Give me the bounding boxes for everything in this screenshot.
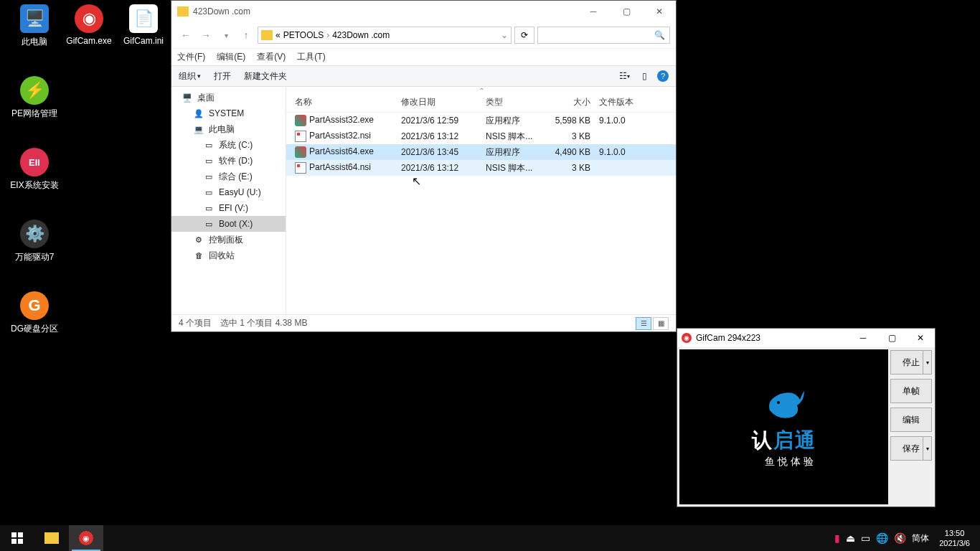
table-row[interactable]: PartAssist32.exe2021/3/6 12:59应用程序5,598 … xyxy=(286,113,676,128)
sidebar-item[interactable]: ▭EFI (V:) xyxy=(171,200,286,216)
column-name[interactable]: 名称 xyxy=(291,96,397,108)
desktop-icon-thispc[interactable]: 🖥️ 此电脑 xyxy=(7,4,62,48)
folder-icon xyxy=(44,532,59,544)
history-dropdown[interactable]: ▾ xyxy=(217,27,235,44)
selection-info: 选中 1 个项目 4.38 MB xyxy=(220,317,307,329)
chevron-down-icon[interactable]: ▾ xyxy=(923,351,931,374)
close-button[interactable]: ✕ xyxy=(643,1,676,22)
back-button[interactable]: ← xyxy=(177,27,194,44)
minimize-button[interactable]: ─ xyxy=(849,329,877,347)
sidebar-item[interactable]: ▭软件 (D:) xyxy=(171,153,286,169)
clock[interactable]: 13:50 2021/3/6 xyxy=(935,528,974,548)
gifcam-titlebar[interactable]: ◉ GifCam 294x223 ─ ▢ ✕ xyxy=(677,329,935,347)
desktop-icon-eix[interactable]: EII EIX系统安装 xyxy=(7,148,62,192)
file-icon xyxy=(295,115,306,126)
desktop-icon-penet[interactable]: ⚡ PE网络管理 xyxy=(7,76,62,120)
cp-icon: ⚙ xyxy=(193,235,204,245)
minimize-button[interactable]: ─ xyxy=(577,1,610,22)
network-icon: ⚡ xyxy=(20,76,49,105)
capture-area: 认启通 鱼悦体验 xyxy=(679,349,888,504)
column-date[interactable]: 修改日期 xyxy=(397,96,481,108)
drive-icon: ▭ xyxy=(203,219,215,229)
preview-pane-button[interactable]: ▯ xyxy=(637,70,651,82)
drive-icon: ▭ xyxy=(203,171,215,182)
statusbar: 4 个项目 选中 1 个项目 4.38 MB ☰ ▦ xyxy=(171,314,676,331)
chevron-up-icon[interactable]: ⌃ xyxy=(286,87,676,93)
sidebar-item[interactable]: 👤SYSTEM xyxy=(171,105,286,121)
desktop-icon-dg[interactable]: G DG硬盘分区 xyxy=(7,291,62,335)
table-row[interactable]: PartAssist32.nsi2021/3/6 13:12NSIS 脚本...… xyxy=(286,128,676,144)
open-button[interactable]: 打开 xyxy=(214,70,231,83)
drive-icon: ▭ xyxy=(203,140,215,150)
new-folder-button[interactable]: 新建文件夹 xyxy=(244,70,287,83)
chevron-down-icon[interactable]: ⌄ xyxy=(501,30,508,40)
pc-icon: 🖥️ xyxy=(20,4,49,33)
breadcrumb[interactable]: « PETOOLS › 423Down .com ⌄ xyxy=(258,27,512,44)
taskbar: ◉ ▮ ⏏ ▭ 🌐 🔇 简体 13:50 2021/3/6 xyxy=(0,525,980,551)
usb-icon[interactable]: ⏏ xyxy=(846,532,855,544)
battery-icon[interactable]: ▭ xyxy=(861,532,870,544)
menu-view[interactable]: 查看(V) xyxy=(257,51,286,63)
system-tray: ▮ ⏏ ▭ 🌐 🔇 简体 13:50 2021/3/6 xyxy=(834,528,980,548)
titlebar[interactable]: 423Down .com ─ ▢ ✕ xyxy=(171,1,676,22)
file-icon: 📄 xyxy=(129,4,158,33)
organize-button[interactable]: 组织▾ xyxy=(179,70,201,83)
up-button[interactable]: ↑ xyxy=(237,27,255,44)
logo-text: 认启通 xyxy=(752,427,816,454)
camera-icon: ◉ xyxy=(75,4,103,33)
start-button[interactable] xyxy=(0,525,34,551)
sidebar-item[interactable]: ⚙控制面板 xyxy=(171,232,286,248)
explorer-window: 423Down .com ─ ▢ ✕ ← → ▾ ↑ « PETOOLS › 4… xyxy=(171,0,677,332)
search-input[interactable]: 🔍 xyxy=(537,27,670,44)
view-options-button[interactable]: ☷▾ xyxy=(617,70,631,82)
svg-rect-3 xyxy=(11,539,17,544)
save-button[interactable]: 保存▾ xyxy=(890,436,932,461)
sidebar-item[interactable]: ▭EasyU (U:) xyxy=(171,184,286,200)
tray-icon[interactable]: ▮ xyxy=(834,532,840,544)
sidebar-item[interactable]: ▭系统 (C:) xyxy=(171,137,286,153)
close-button[interactable]: ✕ xyxy=(906,329,935,347)
taskbar-app-explorer[interactable] xyxy=(34,525,69,551)
column-size[interactable]: 大小 xyxy=(543,96,595,108)
maximize-button[interactable]: ▢ xyxy=(610,1,643,22)
menu-edit[interactable]: 编辑(E) xyxy=(217,51,245,63)
icons-view-button[interactable]: ▦ xyxy=(653,317,669,330)
sidebar-item[interactable]: 🖥️桌面 xyxy=(171,90,286,105)
sidebar-item[interactable]: ▭综合 (E:) xyxy=(171,169,286,184)
drive-icon: ▭ xyxy=(203,187,215,197)
drive-icon: ▭ xyxy=(203,203,215,213)
pc-icon: 💻 xyxy=(193,124,204,134)
desktop-icon-driver[interactable]: ⚙️ 万能驱动7 xyxy=(7,220,62,263)
svg-rect-1 xyxy=(11,532,17,537)
refresh-button[interactable]: ⟳ xyxy=(514,27,534,44)
volume-icon[interactable]: 🔇 xyxy=(894,532,906,544)
frame-button[interactable]: 单帧 xyxy=(890,379,932,403)
table-row[interactable]: PartAssist64.nsi2021/3/6 13:12NSIS 脚本...… xyxy=(286,160,676,176)
network-icon[interactable]: 🌐 xyxy=(876,532,888,544)
menu-file[interactable]: 文件(F) xyxy=(177,51,205,63)
column-version[interactable]: 文件版本 xyxy=(595,96,652,108)
help-icon[interactable]: ? xyxy=(657,70,669,82)
table-row[interactable]: PartAssist64.exe2021/3/6 13:45应用程序4,490 … xyxy=(286,144,676,160)
stop-button[interactable]: 停止▾ xyxy=(890,350,932,375)
details-view-button[interactable]: ☰ xyxy=(636,317,651,330)
chevron-down-icon[interactable]: ▾ xyxy=(923,437,931,460)
logo-subtitle: 鱼悦体验 xyxy=(752,456,816,468)
sidebar-item[interactable]: 🗑回收站 xyxy=(171,248,286,263)
desktop-icon-gifcam-ini[interactable]: 📄 GifCam.ini xyxy=(116,4,171,46)
search-icon: 🔍 xyxy=(654,30,665,40)
menu-tools[interactable]: 工具(T) xyxy=(297,51,325,63)
ime-indicator[interactable]: 简体 xyxy=(912,532,929,545)
edit-button[interactable]: 编辑 xyxy=(890,408,932,432)
sidebar-item[interactable]: 💻此电脑 xyxy=(171,121,286,137)
desktop-icon-gifcam-exe[interactable]: ◉ GifCam.exe xyxy=(62,4,116,46)
folder-icon xyxy=(261,30,273,40)
svg-rect-2 xyxy=(18,532,23,537)
sidebar-item[interactable]: ▭Boot (X:) xyxy=(171,216,286,232)
maximize-button[interactable]: ▢ xyxy=(877,329,906,347)
taskbar-app-gifcam[interactable]: ◉ xyxy=(69,525,103,551)
forward-button[interactable]: → xyxy=(197,27,215,44)
svg-point-0 xyxy=(777,401,780,404)
svg-rect-4 xyxy=(18,539,23,544)
column-type[interactable]: 类型 xyxy=(481,96,543,108)
